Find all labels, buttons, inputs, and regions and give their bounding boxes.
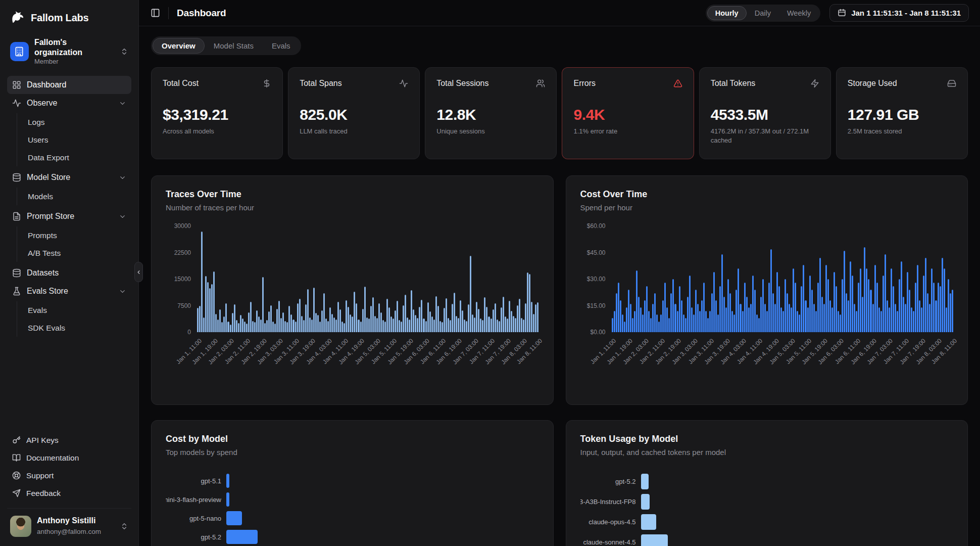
- hbar-row: gpt-5.2: [580, 472, 954, 491]
- sidebar-collapse-button[interactable]: [134, 262, 143, 282]
- bar: [731, 311, 733, 332]
- bar: [403, 305, 404, 332]
- bar: [683, 314, 684, 332]
- sidebar-item-logs[interactable]: Logs: [17, 113, 131, 131]
- tab-overview[interactable]: Overview: [153, 38, 205, 54]
- stat-card-total-cost: Total Cost $3,319.21 Across all models: [151, 67, 283, 159]
- user-menu[interactable]: Anthony Sistilli anthony@fallom.com: [7, 508, 131, 538]
- sidebar-item-documentation[interactable]: Documentation: [7, 449, 131, 467]
- bar: [505, 316, 506, 332]
- stat-value: 9.4K: [573, 106, 682, 123]
- sidebar-item-prompt-store[interactable]: Prompt Store: [7, 207, 131, 225]
- granularity-daily[interactable]: Daily: [747, 6, 779, 20]
- bar: [891, 268, 892, 332]
- bar: [472, 314, 473, 332]
- bar: [380, 312, 382, 332]
- bar: [695, 290, 697, 332]
- sidebar-item-prompts[interactable]: Prompts: [17, 226, 131, 244]
- bar: [721, 254, 723, 332]
- sidebar-item-feedback[interactable]: Feedback: [7, 484, 131, 502]
- bar: [215, 314, 217, 332]
- sidebar-item-support[interactable]: Support: [7, 467, 131, 484]
- y-axis: 30000225001500075000: [166, 226, 197, 332]
- hbar-category-label: gpt-5-nano: [166, 515, 221, 522]
- bar: [807, 307, 809, 332]
- bar: [290, 314, 292, 332]
- sidebar-item-observe[interactable]: Observe: [7, 94, 131, 112]
- sidebar-item-dashboard[interactable]: Dashboard: [7, 76, 131, 94]
- tab-model-stats[interactable]: Model Stats: [205, 38, 263, 54]
- app-root: Fallom Labs Fallom's organization Member…: [0, 0, 980, 546]
- bar: [491, 318, 492, 332]
- bar: [199, 306, 201, 332]
- y-tick-label: $0.00: [590, 329, 605, 336]
- x-axis: Jan 1, 11:00Jan 1, 19:00Jan 2, 03:00Jan …: [197, 332, 539, 375]
- y-tick-label: 22500: [174, 249, 191, 256]
- bar-plot: [197, 226, 539, 332]
- bar: [480, 318, 481, 332]
- bar: [488, 316, 489, 332]
- y-tick-label: $15.00: [587, 302, 606, 309]
- bar: [523, 320, 524, 332]
- sidebar-item-label: Observe: [27, 99, 57, 108]
- sidebar-item-models[interactable]: Models: [17, 188, 131, 205]
- sidebar-item-datasets[interactable]: Datasets: [7, 264, 131, 282]
- bar: [825, 265, 827, 332]
- date-range-picker[interactable]: Jan 1 11:51:31 - Jan 8 11:51:31: [829, 4, 969, 22]
- y-tick-label: $30.00: [587, 276, 606, 283]
- bar: [870, 290, 871, 332]
- sidebar-item-evals-store[interactable]: Evals Store: [7, 282, 131, 300]
- bar: [785, 279, 786, 332]
- sidebar-item-model-store[interactable]: Model Store: [7, 168, 131, 187]
- bar: [885, 254, 886, 332]
- bar: [201, 232, 203, 333]
- sidebar-toggle-button[interactable]: [147, 5, 163, 21]
- bar: [395, 310, 396, 332]
- bar: [272, 322, 274, 332]
- sidebar-nav: Dashboard Observe Logs Users Data Export…: [7, 76, 131, 339]
- bar: [838, 311, 839, 332]
- bar: [703, 283, 705, 332]
- hbar-bar: [641, 474, 649, 489]
- sidebar-item-evals[interactable]: Evals: [17, 301, 131, 319]
- bar: [948, 279, 949, 332]
- granularity-hourly[interactable]: Hourly: [707, 6, 747, 20]
- bar: [940, 286, 941, 332]
- bar: [616, 293, 617, 332]
- bar: [709, 311, 711, 332]
- bar: [654, 293, 656, 332]
- bar: [337, 302, 339, 332]
- bar: [636, 270, 638, 333]
- bar: [531, 302, 532, 332]
- sidebar-item-ab-tests[interactable]: A/B Tests: [17, 244, 131, 262]
- main-area: Dashboard Hourly Daily Weekly Jan 1 11:5…: [139, 0, 980, 546]
- tab-evals[interactable]: Evals: [263, 38, 300, 54]
- sidebar-item-sdk-evals[interactable]: SDK Evals: [17, 319, 131, 337]
- bar: [413, 309, 414, 332]
- bar: [685, 318, 687, 332]
- bar: [872, 304, 874, 332]
- bar: [858, 283, 859, 332]
- granularity-weekly[interactable]: Weekly: [779, 6, 819, 20]
- bar: [232, 313, 233, 332]
- bar-plot: [612, 226, 954, 332]
- bar: [672, 279, 674, 332]
- bar: [482, 320, 483, 332]
- bar: [468, 304, 469, 332]
- bar: [448, 318, 449, 332]
- hbar-row: claude-sonnet-4.5: [580, 532, 954, 546]
- bar: [301, 316, 303, 332]
- sidebar-item-data-export[interactable]: Data Export: [17, 149, 131, 166]
- bar: [907, 272, 908, 332]
- sidebar-item-api-keys[interactable]: API Keys: [7, 431, 131, 449]
- evals-store-children: Evals SDK Evals: [17, 301, 131, 337]
- hbar-bar: [641, 514, 657, 530]
- bar: [921, 307, 922, 332]
- bar: [770, 249, 772, 333]
- hbar-track: [641, 534, 954, 546]
- bar: [366, 317, 368, 332]
- org-switcher[interactable]: Fallom's organization Member: [7, 33, 131, 70]
- sidebar-item-users[interactable]: Users: [17, 131, 131, 149]
- x-axis: Jan 1, 11:00Jan 1, 19:00Jan 2, 03:00Jan …: [612, 332, 954, 375]
- bar: [642, 314, 644, 332]
